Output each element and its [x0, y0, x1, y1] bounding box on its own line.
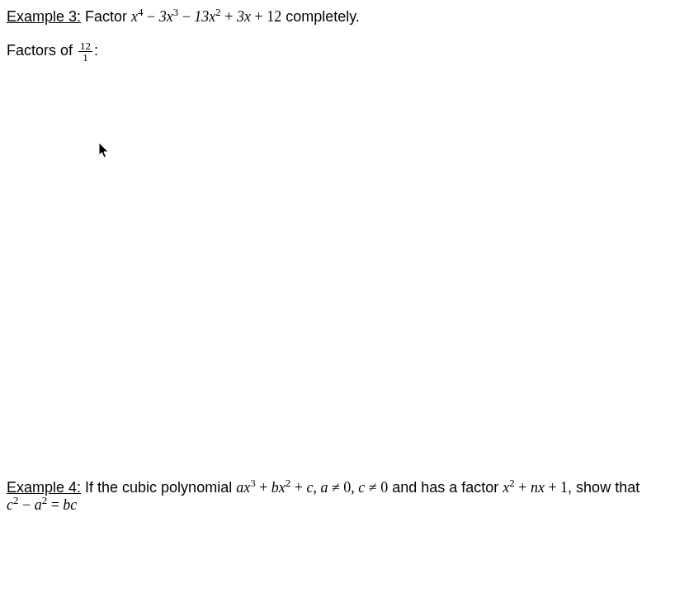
cond1-rhs: 0 — [343, 479, 351, 496]
eq-sign: = — [47, 496, 63, 513]
example-3-prefix: Factor — [81, 8, 131, 25]
example-4-equation: c2 − a2 = bc — [7, 496, 77, 513]
example-4-factor: x2 + nx + 1 — [503, 479, 568, 496]
op4: + — [251, 8, 267, 25]
factor-nx: nx — [531, 479, 545, 496]
poly-b: bx — [271, 479, 286, 496]
eq-op1: − — [18, 496, 34, 513]
example-4-polynomial: ax3 + bx2 + c, a ≠ 0, c ≠ 0 — [236, 479, 388, 496]
ne2: ≠ — [365, 479, 380, 496]
factor-op1: + — [515, 479, 531, 496]
example-4-heading: Example 4: — [7, 479, 81, 496]
comma2: , — [351, 479, 358, 496]
cond2-rhs: 0 — [380, 479, 388, 496]
factors-prefix: Factors of — [7, 42, 77, 59]
factors-line: Factors of 121: — [7, 40, 682, 63]
example-3-polynomial: x4 − 3x3 − 13x2 + 3x + 12 — [131, 8, 281, 25]
example-3-suffix: completely. — [281, 8, 360, 25]
workspace-area — [7, 63, 682, 479]
term3-base: 13x — [194, 8, 215, 25]
factor-one: 1 — [560, 479, 568, 496]
poly-a: ax — [236, 479, 250, 496]
fraction-numerator: 12 — [78, 40, 92, 52]
cursor-icon — [99, 143, 111, 159]
eq-a: a — [35, 496, 42, 513]
example-4-line2: c2 − a2 = bc — [7, 496, 682, 514]
term1-base: x — [131, 8, 138, 25]
poly-op1: + — [256, 479, 271, 496]
poly-op2: + — [290, 479, 306, 496]
term4: 3x — [237, 8, 251, 25]
example-3-heading: Example 3: — [7, 8, 81, 25]
op3: + — [221, 8, 237, 25]
op2: − — [178, 8, 194, 25]
example-4-line1: Example 4: If the cubic polynomial ax3 +… — [7, 479, 682, 496]
example-4-mid: and has a factor — [388, 479, 503, 496]
eq-rhs: bc — [63, 496, 77, 513]
fraction-12-over-1: 121 — [78, 40, 92, 63]
term2-base: 3x — [159, 8, 173, 25]
eq-c: c — [7, 496, 13, 513]
example-4-prefix: If the cubic polynomial — [81, 479, 236, 496]
fraction-denominator: 1 — [78, 52, 92, 63]
ne1: ≠ — [328, 479, 343, 496]
example-4: Example 4: If the cubic polynomial ax3 +… — [7, 479, 682, 514]
example-3: Example 3: Factor x4 − 3x3 − 13x2 + 3x +… — [7, 8, 682, 26]
term5: 12 — [267, 8, 281, 25]
example-4-suffix: , show that — [568, 479, 639, 496]
op1: − — [144, 8, 159, 25]
factors-suffix: : — [94, 42, 98, 59]
factor-op2: + — [545, 479, 560, 496]
